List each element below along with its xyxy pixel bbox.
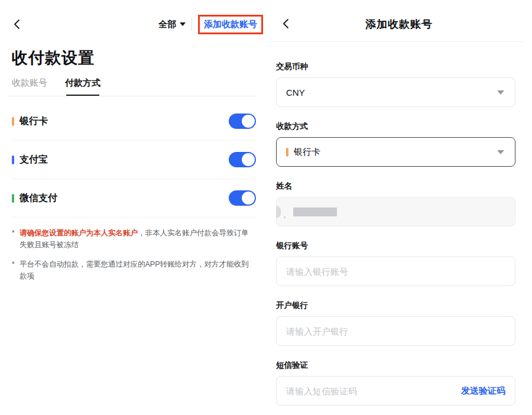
tab-payment-method[interactable]: 付款方式 — [65, 77, 100, 95]
back-icon[interactable] — [12, 19, 22, 30]
note-warning-highlight: 请确保您设置的账户为本人实名账户 — [20, 229, 138, 237]
sms-code-input[interactable] — [286, 377, 461, 404]
method-group: 收款方式 银行卡 — [276, 121, 515, 167]
footnotes: * 请确保您设置的账户为本人实名账户，非本人实名账户付款会导致订单失败且账号被冻… — [12, 227, 249, 290]
bank-card-marker-icon — [286, 148, 288, 157]
tab-receive-account[interactable]: 收款账号 — [12, 77, 47, 95]
method-row-bank-card: 银行卡 — [12, 102, 256, 141]
name-group: 姓名 — [276, 181, 515, 226]
right-header: 添加收款账号 — [266, 15, 532, 33]
sms-field: 发送验证码 — [276, 376, 515, 406]
screen: 全部 添加收款账号 收付款设置 收款账号 付款方式 银行卡 支付宝 — [0, 0, 532, 415]
caret-down-icon — [497, 90, 504, 95]
bank-group: 开户银行 — [276, 300, 515, 346]
caret-down-icon — [497, 150, 504, 154]
sms-label: 短信验证 — [276, 360, 515, 371]
currency-value: CNY — [286, 87, 305, 98]
bank-label: 开户银行 — [276, 300, 515, 311]
currency-group: 交易币种 CNY — [276, 61, 515, 107]
currency-select[interactable]: CNY — [276, 77, 515, 107]
redacted-name-value — [293, 208, 337, 216]
currency-label: 交易币种 — [276, 61, 515, 72]
tabs: 收款账号 付款方式 — [12, 77, 100, 95]
wechat-pay-marker-icon — [12, 194, 14, 203]
note-text: 平台不会自动扣款，需要您通过对应的APP转账给对方，对方才能收到款项 — [20, 258, 249, 282]
note-manual-transfer: * 平台不会自动扣款，需要您通过对应的APP转账给对方，对方才能收到款项 — [12, 258, 249, 282]
method-select[interactable]: 银行卡 — [276, 137, 515, 167]
redacted-name-fragment — [276, 206, 281, 218]
note-asterisk: * — [12, 258, 20, 282]
toggle-wechat-pay[interactable] — [229, 190, 256, 206]
toggle-knob — [242, 115, 255, 128]
method-row-wechat-pay: 微信支付 — [12, 179, 256, 218]
toggle-bank-card[interactable] — [229, 114, 256, 129]
toggle-alipay[interactable] — [229, 152, 256, 167]
add-account-form: 交易币种 CNY 收款方式 银行卡 姓名 — [276, 41, 515, 406]
toggle-knob — [242, 153, 255, 166]
method-label: 支付宝 — [20, 154, 48, 166]
filter-all-dropdown[interactable]: 全部 — [158, 19, 186, 30]
account-label: 银行账号 — [276, 241, 515, 251]
note-asterisk: * — [12, 227, 20, 251]
note-text: 请确保您设置的账户为本人实名账户，非本人实名账户付款会导致订单失败且账号被冻结 — [20, 227, 249, 251]
toggle-knob — [242, 192, 255, 205]
header-separator — [192, 18, 192, 30]
name-label: 姓名 — [276, 181, 515, 192]
caret-down-icon — [180, 22, 186, 26]
bank-card-marker-icon — [12, 117, 14, 126]
account-group: 银行账号 — [276, 241, 515, 286]
bank-account-input[interactable] — [276, 257, 515, 286]
filter-all-label: 全部 — [158, 19, 176, 30]
method-value: 银行卡 — [294, 147, 320, 158]
redacted-name-dot — [284, 216, 286, 218]
payment-method-list: 银行卡 支付宝 微信支付 — [12, 96, 256, 218]
method-label: 收款方式 — [276, 121, 515, 132]
payment-settings-panel: 全部 添加收款账号 收付款设置 收款账号 付款方式 银行卡 支付宝 — [0, 0, 266, 415]
method-label: 银行卡 — [20, 115, 48, 128]
send-code-button[interactable]: 发送验证码 — [461, 385, 505, 397]
add-account-panel: 添加收款账号 交易币种 CNY 收款方式 银行卡 姓名 — [266, 0, 532, 415]
page-title: 收付款设置 — [12, 47, 95, 69]
sms-group: 短信验证 发送验证码 — [276, 360, 515, 406]
add-receive-account-button[interactable]: 添加收款账号 — [198, 15, 263, 34]
name-field-disabled — [276, 197, 515, 226]
note-real-name-warning: * 请确保您设置的账户为本人实名账户，非本人实名账户付款会导致订单失败且账号被冻… — [12, 227, 249, 251]
method-label: 微信支付 — [20, 192, 57, 205]
panel-title: 添加收款账号 — [266, 17, 532, 31]
opening-bank-input[interactable] — [276, 316, 515, 346]
alipay-marker-icon — [12, 155, 14, 164]
method-row-alipay: 支付宝 — [12, 141, 256, 179]
left-header: 全部 添加收款账号 — [12, 13, 263, 35]
